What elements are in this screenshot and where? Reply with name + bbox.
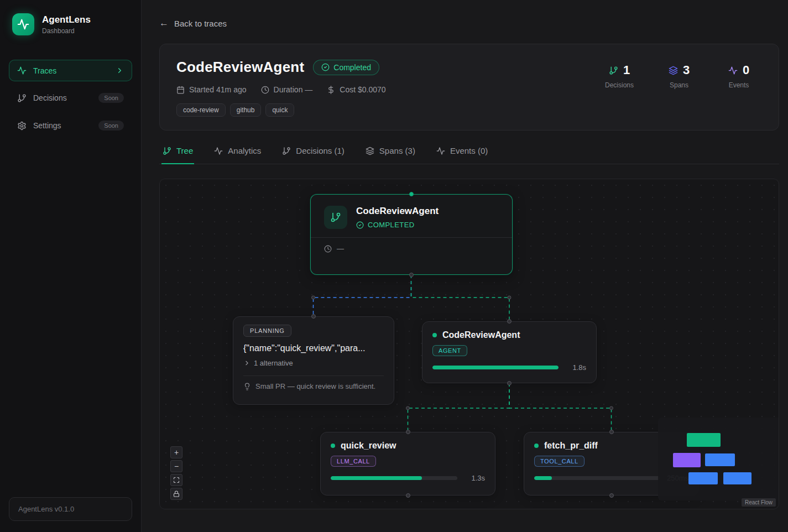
stat-decisions: 1 Decisions: [602, 63, 637, 117]
node-title: quick_review: [341, 441, 396, 451]
duration-bar-track: [534, 476, 660, 480]
tab-spans[interactable]: Spans (3): [364, 146, 416, 164]
node-handle: [409, 192, 414, 196]
started-meta: Started 41m ago: [176, 85, 247, 94]
status-dot: [534, 444, 539, 448]
activity-icon: [214, 147, 223, 155]
node-duration: —: [337, 244, 344, 253]
sidebar-item-label: Traces: [33, 66, 56, 75]
duration-bar-fill: [432, 366, 559, 369]
check-circle-icon: [356, 221, 364, 229]
zoom-out-button[interactable]: −: [170, 460, 182, 472]
status-dot: [432, 333, 437, 337]
maximize-icon: [173, 477, 180, 483]
fit-view-button[interactable]: [170, 474, 182, 486]
zoom-in-button[interactable]: +: [170, 446, 182, 458]
sidebar-item-label: Decisions: [33, 93, 67, 102]
clock-icon: [261, 86, 269, 94]
node-handle: [311, 314, 316, 319]
git-branch-icon: [324, 206, 347, 229]
sidebar-item-decisions[interactable]: Decisions Soon: [9, 87, 132, 109]
agentlens-logo-icon: [12, 13, 34, 35]
tab-tree[interactable]: Tree: [161, 146, 194, 164]
duration-bar-fill: [534, 476, 552, 480]
activity-icon: [728, 66, 738, 75]
cost-label: Cost $0.0070: [340, 85, 385, 94]
git-branch-icon: [163, 147, 171, 155]
alternatives-expander[interactable]: 1 alternative: [243, 359, 384, 367]
minimap[interactable]: [658, 418, 779, 500]
status-badge: Completed: [313, 60, 379, 75]
layers-icon: [669, 66, 678, 75]
tags-row: code-review github quick: [176, 103, 386, 117]
minimap-node-agent: [705, 453, 735, 466]
status-badge-label: Completed: [333, 63, 371, 72]
flow-node-root-agent[interactable]: CodeReviewAgent COMPLETED —: [310, 194, 513, 275]
sidebar-nav: Traces Decisions Soon Settings Soon: [0, 48, 141, 137]
trace-header-card: CodeReviewAgent Completed Started 41m ag…: [159, 44, 779, 131]
soon-badge: Soon: [98, 121, 124, 131]
node-status: COMPLETED: [368, 221, 415, 229]
tab-decisions[interactable]: Decisions (1): [281, 146, 346, 164]
node-title: CodeReviewAgent: [442, 330, 520, 340]
node-handle: [609, 430, 614, 434]
flow-node-quick-review[interactable]: quick_review LLM_CALL 1.3s: [320, 432, 495, 496]
decision-type-badge: PLANNING: [243, 325, 291, 337]
git-branch-icon: [609, 66, 618, 75]
trace-meta-row: Started 41m ago Duration — Cost $0.0070: [176, 85, 386, 94]
duration-bar-track: [432, 366, 559, 369]
sidebar-item-label: Settings: [33, 121, 61, 130]
stat-value: 3: [683, 63, 690, 77]
plus-icon: +: [174, 448, 179, 456]
sidebar-item-traces[interactable]: Traces: [9, 60, 132, 81]
decision-text: {"name":"quick_review","para...: [243, 343, 384, 353]
node-handle: [406, 430, 410, 434]
trace-stats: 1 Decisions 3 Spans 0 Events: [602, 59, 762, 117]
node-handle: [406, 493, 410, 498]
tag: quick: [265, 103, 294, 117]
stat-label: Events: [721, 81, 756, 89]
node-handle: [507, 319, 512, 324]
flow-node-agent-span[interactable]: CodeReviewAgent AGENT 1.8s: [422, 321, 597, 383]
lock-button[interactable]: [170, 488, 182, 500]
tab-label: Decisions (1): [296, 146, 345, 155]
git-branch-icon: [17, 93, 27, 103]
version-label: AgentLens v0.1.0: [18, 505, 74, 513]
page-title: CodeReviewAgent: [176, 59, 304, 76]
node-duration: 1.3s: [464, 474, 485, 482]
node-handle: [409, 273, 414, 277]
back-link-label: Back to traces: [174, 19, 227, 28]
span-type-badge: LLM_CALL: [331, 456, 376, 467]
sidebar-item-settings[interactable]: Settings Soon: [9, 114, 132, 137]
react-flow-attribution[interactable]: React Flow: [742, 498, 776, 507]
check-circle-icon: [321, 63, 330, 71]
arrow-left-icon: ←: [159, 18, 169, 29]
node-handle: [507, 381, 512, 385]
minimap-node-tool: [723, 472, 752, 484]
tab-bar: Tree Analytics Decisions (1) Spans (3) E…: [159, 146, 779, 164]
flow-node-planning-decision[interactable]: PLANNING {"name":"quick_review","para...…: [233, 316, 394, 405]
tab-label: Events (0): [450, 146, 488, 155]
duration-label: Duration —: [274, 85, 313, 94]
calendar-icon: [176, 86, 185, 94]
tab-analytics[interactable]: Analytics: [213, 146, 262, 164]
dollar-icon: [327, 86, 335, 94]
node-title: CodeReviewAgent: [356, 206, 439, 217]
main-content: ← Back to traces CodeReviewAgent Complet…: [142, 0, 788, 532]
node-duration: 1.8s: [565, 363, 586, 372]
activity-icon: [17, 66, 27, 75]
app-subtitle: Dashboard: [42, 27, 91, 35]
span-type-badge: TOOL_CALL: [534, 456, 585, 467]
soon-badge: Soon: [98, 93, 124, 103]
flow-canvas[interactable]: CodeReviewAgent COMPLETED — PLANNING {"n…: [159, 179, 779, 509]
tag: github: [230, 103, 262, 117]
alternatives-label: 1 alternative: [254, 359, 293, 367]
activity-icon: [436, 147, 445, 155]
tab-events[interactable]: Events (0): [435, 146, 489, 164]
layers-icon: [366, 147, 374, 155]
sidebar: AgentLens Dashboard Traces Decisions Soo…: [0, 0, 142, 532]
back-to-traces-link[interactable]: ← Back to traces: [159, 18, 227, 29]
node-handle: [609, 493, 614, 498]
version-box: AgentLens v0.1.0: [9, 497, 132, 521]
chevron-right-icon: [243, 359, 251, 367]
